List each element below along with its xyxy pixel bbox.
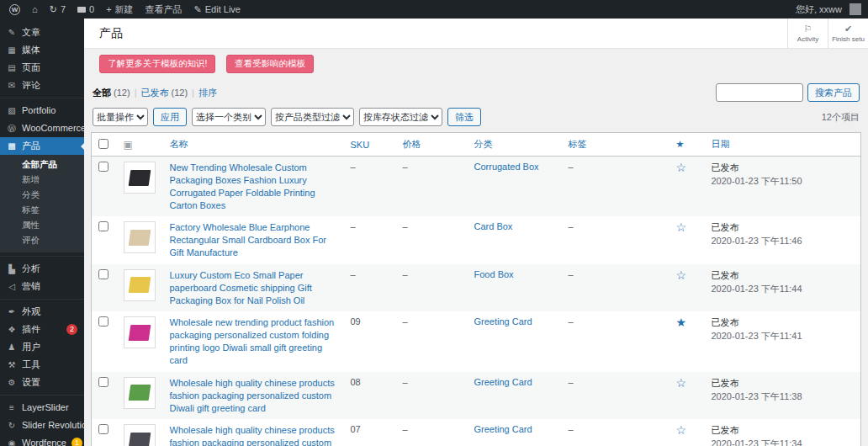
product-thumbnail[interactable] — [124, 316, 156, 348]
list-toolbar: 批量操作 应用 选择一个类别 按产品类型过滤 按库存状态过滤 筛选 12个项目 — [93, 108, 860, 126]
sidebar-item-analytics[interactable]: ▙分析 — [0, 260, 84, 278]
stock-status-filter-select[interactable]: 按库存状态过滤 — [359, 108, 442, 126]
product-thumbnail-image — [128, 170, 151, 186]
bulk-actions-select[interactable]: 批量操作 — [93, 108, 148, 126]
home-icon: ⌂ — [32, 4, 38, 14]
sidebar-subitem-categories[interactable]: 分类 — [0, 188, 84, 203]
featured-star-empty-icon[interactable]: ☆ — [676, 376, 687, 390]
product-name-link[interactable]: Luxury Custom Eco Small Paper paperboard… — [170, 269, 337, 307]
finish-setup-button[interactable]: ✔ Finish setu — [828, 19, 868, 48]
search-products-button[interactable]: 搜索产品 — [807, 83, 860, 102]
product-thumbnail-image — [128, 385, 151, 401]
wp-logo[interactable]: W — [3, 0, 26, 19]
column-header-name[interactable]: 名称 — [163, 133, 344, 157]
row-checkbox[interactable] — [98, 316, 108, 327]
sidebar-item-pages[interactable]: ▤页面 — [0, 59, 84, 77]
select-all-checkbox[interactable] — [98, 139, 108, 149]
sidebar-item-users[interactable]: ♟用户 — [0, 338, 84, 356]
row-checkbox[interactable] — [98, 269, 108, 279]
product-category-link[interactable]: Greeting Card — [474, 424, 532, 434]
sidebar-item-wordfence[interactable]: ◉Wordfence1 — [0, 434, 84, 446]
row-checkbox[interactable] — [98, 221, 108, 231]
edit-live-menu[interactable]: ✎ Edit Live — [188, 0, 246, 19]
sidebar-subitem-reviews[interactable]: 评价 — [0, 233, 84, 248]
updates-menu[interactable]: ↻ 7 — [44, 0, 71, 19]
view-published-link[interactable]: 已发布 (12) — [140, 87, 188, 99]
sidebar-item-woocommerce[interactable]: ⓌWooCommerce — [0, 119, 84, 137]
sidebar-item-label: Slider Revolution — [22, 420, 84, 431]
sidebar-item-posts[interactable]: ✎文章 — [0, 24, 84, 41]
product-category-link[interactable]: Corrugated Box — [474, 162, 539, 172]
sidebar-item-tools[interactable]: ⚒工具 — [0, 356, 84, 374]
sidebar-item-settings[interactable]: ⚙设置 — [0, 374, 84, 391]
view-affected-templates-button[interactable]: 查看受影响的模板 — [226, 55, 314, 73]
layerslider-icon: ≡ — [7, 402, 17, 413]
sidebar-item-comments[interactable]: ✉评论 — [0, 77, 84, 94]
sidebar-item-plugins[interactable]: ❖插件2 — [0, 321, 84, 338]
product-category-link[interactable]: Greeting Card — [474, 316, 532, 327]
product-thumbnail[interactable] — [124, 221, 156, 253]
column-header-tags[interactable]: 标签 — [562, 133, 670, 157]
product-type-filter-select[interactable]: 按产品类型过滤 — [271, 108, 354, 126]
column-header-sku[interactable]: SKU — [344, 133, 396, 157]
column-header-category[interactable]: 分类 — [468, 133, 562, 157]
sidebar-subitem-add-new[interactable]: 新增 — [0, 173, 84, 188]
analytics-icon: ▙ — [7, 263, 17, 274]
featured-star-empty-icon[interactable]: ☆ — [676, 220, 687, 234]
updates-icon: ↻ — [50, 4, 57, 15]
sidebar-item-media[interactable]: ▦媒体 — [0, 41, 84, 59]
sidebar-item-portfolio[interactable]: ▧Portfolio — [0, 102, 84, 119]
column-header-date[interactable]: 日期 — [705, 133, 861, 157]
sidebar-item-marketing[interactable]: ◁营销 — [0, 278, 84, 295]
sidebar-item-products[interactable]: ▩产品 — [0, 137, 84, 155]
column-header-price[interactable]: 价格 — [396, 133, 468, 157]
apply-button[interactable]: 应用 — [153, 108, 187, 126]
site-home-menu[interactable]: ⌂ — [26, 0, 44, 19]
view-sorting-link[interactable]: 排序 — [198, 87, 217, 99]
search-products-input[interactable] — [716, 83, 803, 102]
sidebar-item-slider-revolution[interactable]: ↻Slider Revolution — [0, 417, 84, 434]
new-content-menu[interactable]: + 新建 — [100, 0, 139, 19]
product-tags: – — [569, 377, 574, 387]
product-name-link[interactable]: Factory Wholesale Blue Earphone Rectangu… — [170, 221, 337, 259]
product-category-link[interactable]: Food Box — [474, 269, 514, 279]
category-filter-select[interactable]: 选择一个类别 — [192, 108, 266, 126]
filter-button[interactable]: 筛选 — [447, 108, 481, 126]
sidebar-item-appearance[interactable]: ✒外观 — [0, 303, 84, 321]
avatar[interactable] — [849, 3, 861, 15]
product-thumbnail[interactable] — [124, 269, 156, 301]
sidebar-subitem-all-products[interactable]: 全部产品 — [0, 157, 84, 173]
product-thumbnail[interactable] — [124, 424, 156, 446]
publish-date: 2020-01-23 下午11:44 — [712, 283, 855, 295]
sidebar-item-label: 评论 — [22, 80, 40, 91]
account-menu[interactable]: 您好, xxww — [790, 0, 848, 19]
sidebar-subitem-attributes[interactable]: 属性 — [0, 218, 84, 233]
featured-star-filled-icon[interactable]: ★ — [676, 316, 687, 329]
product-category-link[interactable]: Greeting Card — [474, 377, 532, 387]
column-header-featured-star-icon[interactable]: ★ — [670, 133, 705, 157]
row-checkbox[interactable] — [98, 162, 108, 172]
sidebar-item-layerslider[interactable]: ≡LayerSlider — [0, 399, 84, 417]
posts-icon: ✎ — [7, 27, 17, 38]
learn-more-templates-button[interactable]: 了解更多关于模板的知识! — [99, 55, 215, 73]
product-category-link[interactable]: Card Box — [474, 221, 513, 231]
view-all-link[interactable]: 全部 (12) — [93, 87, 130, 99]
featured-star-empty-icon[interactable]: ☆ — [676, 423, 687, 437]
comments-menu[interactable]: 0 — [71, 0, 100, 19]
featured-star-empty-icon[interactable]: ☆ — [676, 268, 687, 282]
product-name-link[interactable]: Wholesale new trending product fashion p… — [170, 316, 337, 366]
row-checkbox[interactable] — [98, 424, 108, 434]
product-thumbnail[interactable] — [124, 162, 156, 194]
product-name-link[interactable]: Wholesale high quality chinese products … — [170, 424, 337, 446]
sidebar-subitem-tags[interactable]: 标签 — [0, 203, 84, 218]
product-thumbnail[interactable] — [124, 377, 156, 409]
sidebar-submenu: 全部产品新增分类标签属性评价 — [0, 155, 84, 252]
view-product-menu[interactable]: 查看产品 — [140, 0, 188, 19]
row-checkbox[interactable] — [98, 377, 108, 387]
product-name-link[interactable]: Wholesale high quality chinese products … — [170, 377, 337, 415]
featured-star-empty-icon[interactable]: ☆ — [676, 161, 687, 174]
view-all-label: 全部 — [93, 88, 111, 98]
product-name-link[interactable]: New Trending Wholesale Custom Packaging … — [170, 162, 337, 211]
page-title: 产品 — [99, 26, 123, 41]
activity-button[interactable]: ⚐ Activity — [787, 19, 828, 48]
